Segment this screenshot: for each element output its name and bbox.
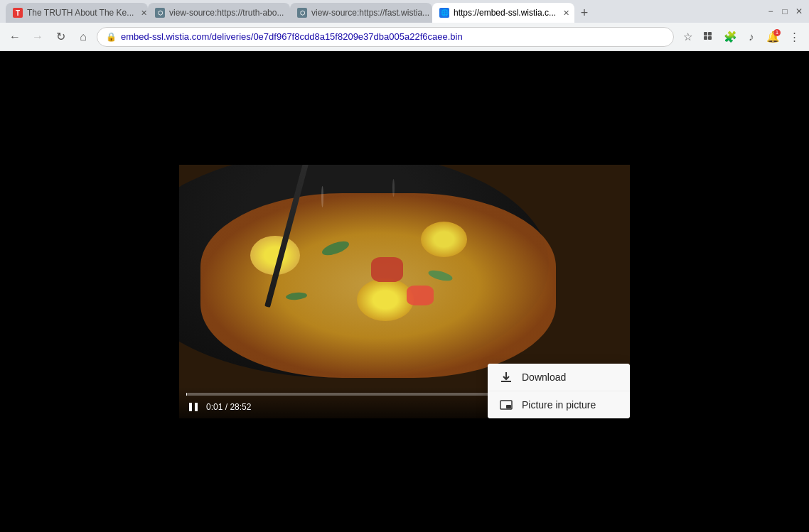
bookmark-button[interactable]: ☆: [678, 28, 697, 46]
tab-1-label: The TRUTH About The Ke...: [27, 8, 134, 18]
address-bar: ← → ↻ ⌂ 🔒 embed-ssl.wistia.com/deliverie…: [0, 23, 809, 51]
food-red2: [407, 286, 434, 305]
pip-label: Picture in picture: [522, 399, 596, 411]
steam2: [392, 179, 395, 197]
url-text: embed-ssl.wistia.com/deliveries/0e7df967…: [121, 31, 665, 42]
tab-2-favicon: ⬡: [155, 8, 165, 18]
tab-2[interactable]: ⬡ view-source:https://truth-abo... ✕: [148, 3, 290, 23]
download-menu-item[interactable]: Download: [488, 364, 630, 391]
extensions-puzzle-button[interactable]: 🧩: [721, 28, 739, 46]
tab-3-label: view-source:https://fast.wistia...: [311, 8, 429, 18]
lock-icon: 🔒: [106, 32, 117, 42]
svg-rect-8: [506, 405, 511, 408]
tab-4[interactable]: 🌐 https://embed-ssl.wistia.c... ✕: [432, 3, 574, 23]
pause-button[interactable]: [186, 400, 200, 414]
minimize-button[interactable]: −: [766, 7, 775, 16]
new-tab-button[interactable]: +: [574, 3, 594, 23]
tab-strip: T The TRUTH About The Ke... ✕ ⬡ view-sou…: [6, 0, 594, 23]
pip-icon: [499, 398, 513, 411]
tab-3-favicon: ⬡: [297, 8, 307, 18]
pip-menu-item[interactable]: Picture in picture: [488, 391, 630, 418]
notification-button[interactable]: 🔔 1: [764, 28, 782, 46]
tab-1[interactable]: T The TRUTH About The Ke... ✕: [6, 3, 148, 23]
window-controls: − □ ✕: [766, 7, 803, 16]
video-player[interactable]: 0:01 / 28:52 Download: [179, 165, 630, 418]
home-button[interactable]: ⌂: [74, 28, 92, 46]
maximize-button[interactable]: □: [781, 7, 789, 16]
time-display: 0:01 / 28:52: [206, 402, 251, 412]
tab-3[interactable]: ⬡ view-source:https://fast.wistia... ✕: [290, 3, 432, 23]
food-red1: [371, 257, 403, 282]
svg-rect-5: [195, 403, 198, 411]
close-button[interactable]: ✕: [795, 7, 803, 16]
tab-4-favicon: 🌐: [439, 8, 449, 18]
back-button[interactable]: ←: [6, 28, 24, 46]
tab-1-favicon: T: [13, 8, 23, 18]
context-menu: Download Picture in picture: [488, 364, 630, 418]
titlebar: T The TRUTH About The Ke... ✕ ⬡ view-sou…: [0, 0, 809, 23]
svg-rect-0: [704, 32, 707, 36]
tab-1-close[interactable]: ✕: [138, 7, 148, 18]
reload-button[interactable]: ↻: [51, 28, 70, 46]
food-egg3: [421, 222, 467, 257]
forward-button[interactable]: →: [28, 28, 47, 46]
svg-rect-1: [708, 32, 712, 36]
page-content: 0:01 / 28:52 Download: [0, 51, 809, 532]
svg-rect-3: [708, 36, 712, 40]
food-egg2: [357, 278, 414, 321]
extensions-grid-button[interactable]: [700, 28, 718, 46]
menu-button[interactable]: ⋮: [785, 28, 803, 46]
tab-2-label: view-source:https://truth-abo...: [169, 8, 284, 18]
steam1: [321, 186, 323, 207]
toolbar-right: ☆ 🧩 ♪ 🔔 1 ⋮: [678, 28, 803, 46]
download-icon: [499, 371, 513, 384]
music-ext-button[interactable]: ♪: [742, 28, 761, 46]
url-bar[interactable]: 🔒 embed-ssl.wistia.com/deliveries/0e7df9…: [97, 27, 674, 47]
download-label: Download: [522, 371, 566, 383]
svg-rect-4: [189, 403, 192, 411]
tab-4-close[interactable]: ✕: [560, 7, 572, 18]
tab-4-label: https://embed-ssl.wistia.c...: [454, 8, 556, 18]
svg-rect-2: [704, 36, 707, 40]
